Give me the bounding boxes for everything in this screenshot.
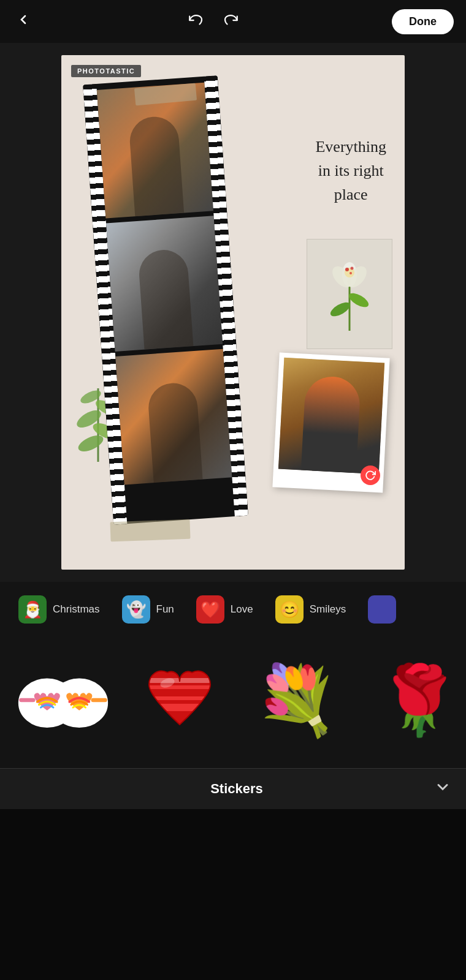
category-love[interactable]: ❤️ Love: [185, 592, 264, 627]
stickers-row: 💐 🌹: [0, 642, 466, 758]
category-smileys[interactable]: 😊 Smileys: [264, 592, 357, 627]
svg-rect-27: [140, 711, 220, 718]
extra-icon: [368, 595, 396, 624]
chevron-down-icon[interactable]: [434, 778, 451, 799]
category-christmas[interactable]: 🎅 Christmas: [7, 592, 111, 627]
handwritten-line2: in its right: [315, 159, 386, 183]
polaroid-image: [278, 358, 384, 474]
canvas-area: PHOTOTASTIC Everything in its right: [0, 43, 466, 582]
christmas-icon: 🎅: [18, 595, 47, 624]
polaroid-person: [301, 375, 361, 473]
christmas-label: Christmas: [53, 603, 100, 616]
sticker-heart-glasses[interactable]: [5, 642, 121, 758]
sticker-striped-heart[interactable]: [121, 642, 238, 758]
toolbar-center: [34, 8, 392, 35]
svg-point-9: [350, 272, 352, 274]
smileys-icon: 😊: [275, 595, 304, 624]
heart-glasses-image: [17, 666, 109, 734]
category-tabs: 🎅 Christmas 👻 Fun ❤️ Love 😊 Smileys: [0, 582, 466, 635]
handwritten-line3: place: [315, 183, 386, 206]
fun-label: Fun: [156, 603, 174, 616]
photo-canvas: PHOTOTASTIC Everything in its right: [61, 55, 405, 570]
bouquet-emoji: 💐: [254, 666, 338, 734]
back-button[interactable]: [12, 9, 34, 34]
stickers-title: Stickers: [39, 781, 434, 797]
redo-button[interactable]: [220, 8, 243, 35]
smileys-label: Smileys: [310, 603, 346, 616]
love-label: Love: [231, 603, 253, 616]
category-fun[interactable]: 👻 Fun: [111, 592, 185, 627]
rose-emoji: 🌹: [377, 666, 461, 734]
handwritten-text[interactable]: Everything in its right place: [315, 135, 386, 206]
toolbar-left: [12, 9, 34, 34]
film-photo-3[interactable]: [115, 349, 232, 485]
bottom-bar: Stickers: [0, 768, 466, 809]
stickers-grid: 💐 🌹: [0, 635, 466, 768]
toolbar-right: Done: [392, 9, 454, 34]
handwritten-line1: Everything: [315, 135, 386, 159]
fun-icon: 👻: [122, 595, 150, 624]
category-tabs-inner: 🎅 Christmas 👻 Fun ❤️ Love 😊 Smileys: [0, 592, 466, 627]
film-photos: [97, 83, 232, 485]
svg-point-8: [351, 267, 354, 270]
film-photo-2[interactable]: [106, 216, 223, 352]
refresh-icon[interactable]: [361, 466, 380, 485]
striped-heart-image: [140, 663, 220, 737]
svg-rect-26: [140, 704, 220, 711]
done-button[interactable]: Done: [392, 9, 454, 34]
undo-button[interactable]: [184, 8, 207, 35]
watermark-label: PHOTOTASTIC: [71, 65, 141, 77]
category-extra[interactable]: [357, 592, 407, 627]
tape-bottom: [110, 519, 190, 542]
love-icon: ❤️: [196, 595, 224, 624]
toolbar: Done: [0, 0, 466, 43]
svg-point-7: [345, 268, 349, 271]
sticker-rose[interactable]: 🌹: [354, 642, 466, 758]
flower-frame[interactable]: [307, 239, 392, 349]
sticker-bouquet[interactable]: 💐: [238, 642, 354, 758]
